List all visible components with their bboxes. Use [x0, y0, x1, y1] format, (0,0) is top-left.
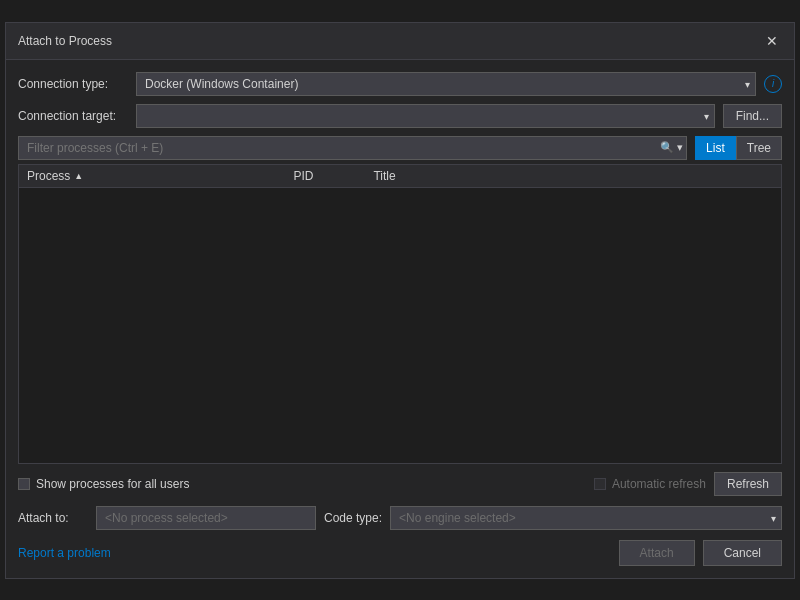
attach-to-value [96, 506, 316, 530]
table-body [19, 188, 781, 458]
table-header: Process ▲ PID Title [19, 165, 781, 188]
right-controls: Automatic refresh Refresh [594, 472, 782, 496]
attach-to-row: Attach to: Code type: <No engine selecte… [18, 506, 782, 530]
filter-input[interactable] [18, 136, 687, 160]
attach-to-label: Attach to: [18, 511, 88, 525]
filter-input-wrapper: 🔍 ▾ [18, 136, 687, 160]
auto-refresh-label: Automatic refresh [594, 477, 706, 491]
connection-target-select[interactable] [136, 104, 715, 128]
attach-button[interactable]: Attach [619, 540, 695, 566]
close-button[interactable]: ✕ [762, 31, 782, 51]
code-type-select-wrapper: <No engine selected> [390, 506, 782, 530]
list-view-button[interactable]: List [695, 136, 736, 160]
info-icon[interactable]: i [764, 75, 782, 93]
auto-refresh-text: Automatic refresh [612, 477, 706, 491]
action-buttons: Attach Cancel [619, 540, 782, 566]
code-type-label: Code type: [324, 511, 382, 525]
bottom-section: Show processes for all users Automatic r… [18, 472, 782, 566]
attach-to-process-dialog: Attach to Process ✕ Connection type: Doc… [5, 22, 795, 579]
show-all-users-checkbox-label[interactable]: Show processes for all users [18, 477, 189, 491]
title-column-header: Title [373, 169, 773, 183]
tree-view-button[interactable]: Tree [736, 136, 782, 160]
pid-column-header: PID [293, 169, 373, 183]
dialog-content: Connection type: Docker (Windows Contain… [6, 60, 794, 578]
filter-search-icon[interactable]: 🔍 ▾ [660, 141, 683, 154]
show-all-row: Show processes for all users Automatic r… [18, 472, 782, 496]
connection-target-select-wrapper [136, 104, 715, 128]
connection-target-label: Connection target: [18, 109, 128, 123]
dialog-title: Attach to Process [18, 34, 112, 48]
connection-type-row: Connection type: Docker (Windows Contain… [18, 72, 782, 96]
view-buttons: List Tree [695, 136, 782, 160]
show-all-users-checkbox[interactable] [18, 478, 30, 490]
code-type-select[interactable]: <No engine selected> [390, 506, 782, 530]
cancel-button[interactable]: Cancel [703, 540, 782, 566]
connection-type-select-wrapper: Docker (Windows Container) [136, 72, 756, 96]
bottom-actions-row: Report a problem Attach Cancel [18, 540, 782, 566]
find-button[interactable]: Find... [723, 104, 782, 128]
process-column-header: Process ▲ [27, 169, 293, 183]
connection-target-row: Connection target: Find... [18, 104, 782, 128]
report-problem-link[interactable]: Report a problem [18, 546, 111, 560]
connection-type-select[interactable]: Docker (Windows Container) [136, 72, 756, 96]
auto-refresh-checkbox [594, 478, 606, 490]
connection-type-label: Connection type: [18, 77, 128, 91]
show-all-users-label: Show processes for all users [36, 477, 189, 491]
process-table: Process ▲ PID Title [18, 164, 782, 464]
sort-arrow: ▲ [74, 171, 83, 181]
filter-row: 🔍 ▾ List Tree [18, 136, 782, 160]
title-bar: Attach to Process ✕ [6, 23, 794, 60]
refresh-button[interactable]: Refresh [714, 472, 782, 496]
